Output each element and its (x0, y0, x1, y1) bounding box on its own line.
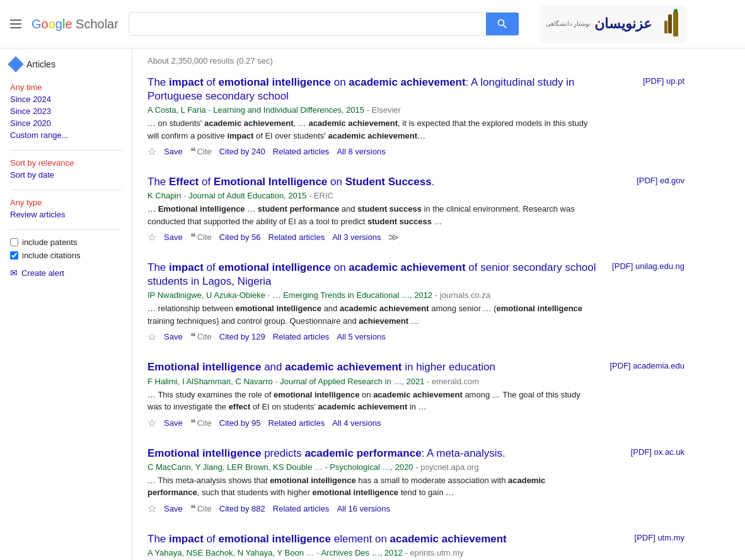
versions-link-3[interactable]: All 5 versions (337, 332, 385, 341)
logo: Google Scholar (32, 17, 118, 31)
type-review[interactable]: Review articles (10, 210, 122, 219)
articles-label: Articles (26, 59, 55, 69)
filter-since-2020[interactable]: Since 2020 (10, 118, 122, 128)
filter-since-2024[interactable]: Since 2024 (10, 94, 122, 104)
related-link-2[interactable]: Related articles (269, 232, 325, 242)
pdf-link-3[interactable]: [PDF] unilag.edu.ng (612, 261, 684, 271)
brand-tagline: نوشتار دانشگاهی (546, 20, 591, 28)
result-snippet-4: … This study examines the role of emotio… (147, 389, 596, 413)
cited-by-link-2[interactable]: Cited by 56 (219, 232, 261, 242)
author-link[interactable]: Y Boon (277, 548, 304, 557)
cite-link-2[interactable]: ❝ Cite (190, 231, 212, 243)
author-link[interactable]: KS Double (273, 462, 312, 472)
patents-checkbox[interactable] (10, 238, 18, 246)
main-layout: Articles Any time Since 2024 Since 2023 … (0, 49, 745, 560)
cited-by-link-5[interactable]: Cited by 882 (219, 504, 265, 513)
email-icon: ✉ (10, 268, 18, 278)
result-item: The impact of emotional intelligence on … (147, 261, 684, 343)
search-input[interactable]: effect of emotional intelligence on acad… (129, 13, 486, 35)
create-alert-row[interactable]: ✉ Create alert (10, 268, 122, 278)
cited-by-link-4[interactable]: Cited by 95 (219, 418, 261, 428)
save-star-button-1[interactable]: ☆ (147, 146, 156, 157)
author-link[interactable]: A Yahaya (147, 548, 182, 557)
time-filter-section: Any time Since 2024 Since 2023 Since 202… (10, 83, 122, 140)
save-star-button-3[interactable]: ☆ (147, 331, 156, 343)
save-star-button-2[interactable]: ☆ (147, 231, 156, 243)
related-link-3[interactable]: Related articles (273, 332, 330, 341)
result-pdf-3: [PDF] unilag.edu.ng (596, 261, 684, 271)
result-main-3: The impact of emotional intelligence on … (147, 261, 596, 343)
pdf-link-2[interactable]: [PDF] ed.gov (637, 176, 684, 185)
create-alert-label: Create alert (21, 268, 64, 278)
result-title-3: The impact of emotional intelligence on … (147, 261, 596, 289)
result-title-link-3[interactable]: The impact of emotional intelligence on … (147, 261, 596, 287)
result-title-link-2[interactable]: The Effect of Emotional Intelligence on … (147, 176, 434, 188)
result-pdf-6: [PDF] utm.my (596, 532, 684, 542)
author-link[interactable]: I AlShammari (182, 377, 231, 386)
save-star-button-5[interactable]: ☆ (147, 503, 156, 515)
quote-mark-icon: ❝ (190, 146, 196, 157)
result-item: The Effect of Emotional Intelligence on … (147, 175, 684, 243)
cite-link-3[interactable]: ❝ Cite (190, 331, 212, 343)
author-link[interactable]: C Navarro (235, 377, 272, 386)
pdf-link-6[interactable]: [PDF] utm.my (635, 533, 684, 542)
author-link[interactable]: K Chapin (147, 191, 181, 200)
quote-mark-icon: ❝ (190, 331, 196, 343)
filter-since-2023[interactable]: Since 2023 (10, 106, 122, 116)
author-link[interactable]: N Yahaya (238, 548, 273, 557)
versions-link-4[interactable]: All 4 versions (332, 418, 381, 428)
quote-mark-icon: ❝ (190, 231, 196, 243)
versions-link-1[interactable]: All 8 versions (337, 147, 385, 156)
author-link[interactable]: NSE Bachok (187, 548, 233, 557)
save-link-3[interactable]: Save (164, 332, 183, 341)
divider-1 (10, 150, 122, 151)
pdf-link-4[interactable]: [PDF] academia.edu (609, 361, 684, 370)
result-title-link-1[interactable]: The impact of emotional intelligence on … (147, 76, 575, 102)
cited-by-link-1[interactable]: Cited by 240 (219, 147, 265, 156)
author-link[interactable]: C MacCann (147, 462, 191, 472)
filter-any-time[interactable]: Any time (10, 83, 122, 92)
cite-link-5[interactable]: ❝ Cite (190, 503, 212, 515)
author-link[interactable]: LER Brown (227, 462, 269, 472)
result-actions-1: ☆ Save ❝ Cite Cited by 240 Related artic… (147, 146, 596, 157)
author-link[interactable]: IP Nwadinigwe (147, 290, 202, 300)
save-link-1[interactable]: Save (164, 147, 183, 156)
save-link-5[interactable]: Save (164, 504, 183, 513)
type-any[interactable]: Any type (10, 198, 122, 207)
save-link-2[interactable]: Save (164, 232, 183, 242)
svg-point-4 (674, 9, 678, 13)
result-title-link-5[interactable]: Emotional intelligence predicts academic… (147, 447, 505, 459)
result-title-link-6[interactable]: The impact of emotional intelligence ele… (147, 533, 507, 545)
author-link[interactable]: Y Jiang (195, 462, 222, 472)
cited-by-link-3[interactable]: Cited by 129 (219, 332, 265, 341)
hamburger-menu[interactable] (10, 20, 21, 28)
result-snippet-3: … relationship between emotional intelli… (147, 302, 596, 327)
sort-by-date[interactable]: Sort by date (10, 170, 122, 180)
versions-link-5[interactable]: All 16 versions (337, 504, 390, 513)
save-star-button-4[interactable]: ☆ (147, 417, 156, 429)
pdf-link-1[interactable]: [PDF] up.pt (643, 76, 684, 86)
author-link[interactable]: U Azuka-Obieke (206, 290, 265, 300)
search-button[interactable] (486, 13, 519, 35)
sort-by-relevance[interactable]: Sort by relevance (10, 158, 122, 168)
save-link-4[interactable]: Save (164, 418, 183, 428)
result-title-1: The impact of emotional intelligence on … (147, 76, 596, 103)
related-link-1[interactable]: Related articles (273, 147, 330, 156)
result-actions-3: ☆ Save ❝ Cite Cited by 129 Related artic… (147, 331, 596, 343)
result-actions-5: ☆ Save ❝ Cite Cited by 882 Related artic… (147, 503, 596, 515)
more-icon-2[interactable]: ≫ (388, 231, 399, 243)
author-link[interactable]: F Halimi (147, 377, 178, 386)
patents-label[interactable]: include patents (22, 237, 77, 247)
citations-checkbox[interactable] (10, 251, 18, 260)
citations-label[interactable]: include citations (22, 251, 81, 260)
related-link-5[interactable]: Related articles (273, 504, 330, 513)
cite-link-1[interactable]: ❝ Cite (190, 146, 212, 157)
result-title-link-4[interactable]: Emotional intelligence and academic achi… (147, 361, 495, 373)
filter-custom-range[interactable]: Custom range... (10, 130, 122, 140)
author-link[interactable]: L Faria (181, 105, 206, 115)
versions-link-2[interactable]: All 3 versions (332, 232, 381, 242)
pdf-link-5[interactable]: [PDF] ox.ac.uk (631, 447, 684, 457)
author-link[interactable]: A Costa (147, 105, 176, 115)
cite-link-4[interactable]: ❝ Cite (190, 417, 212, 429)
related-link-4[interactable]: Related articles (269, 418, 325, 428)
